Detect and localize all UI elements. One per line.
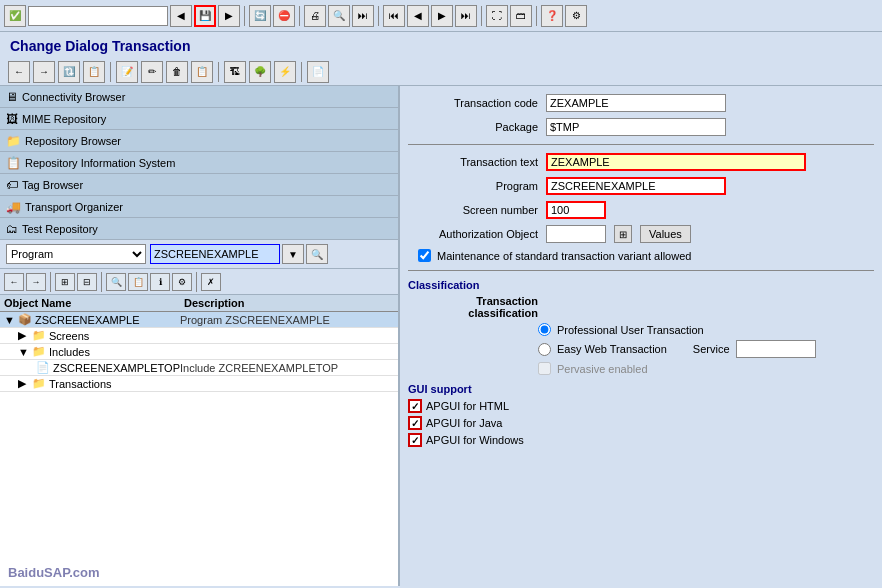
- search-dropdown-btn[interactable]: ▼: [282, 244, 304, 264]
- expand0[interactable]: ▼: [4, 314, 18, 326]
- info-btn[interactable]: 📋: [83, 61, 105, 83]
- tree-expand-btn[interactable]: ⊞: [55, 273, 75, 291]
- tree-copy-btn[interactable]: 📋: [128, 273, 148, 291]
- grid-icon[interactable]: ⊞: [614, 225, 632, 243]
- sep5: [536, 6, 537, 26]
- tree-row[interactable]: ▶ 📁 Transactions: [0, 376, 398, 392]
- nav-repo-info-label: Repository Information System: [25, 157, 175, 169]
- nav-repo-label: Repository Browser: [25, 135, 121, 147]
- radio-professional-row: Professional User Transaction: [538, 323, 874, 336]
- program-input[interactable]: [546, 177, 726, 195]
- copy-btn[interactable]: 📋: [191, 61, 213, 83]
- tree-info-btn[interactable]: ℹ: [150, 273, 170, 291]
- act-btn[interactable]: ⚡: [274, 61, 296, 83]
- back-btn[interactable]: ✅: [4, 5, 26, 27]
- radio-professional[interactable]: [538, 323, 551, 336]
- tree-row[interactable]: ▶ 📁 Screens: [0, 328, 398, 344]
- search-go-btn[interactable]: 🔍: [306, 244, 328, 264]
- stop-btn[interactable]: ⛔: [273, 5, 295, 27]
- prev-btn[interactable]: ◀: [407, 5, 429, 27]
- tree-settings-btn[interactable]: ⚙: [172, 273, 192, 291]
- nav-tag-label: Tag Browser: [22, 179, 83, 191]
- search-area: Program Function Group Class ▼ 🔍: [0, 240, 398, 269]
- gui-java-checkbox[interactable]: ✓: [408, 416, 422, 430]
- tree-btn[interactable]: 🌳: [249, 61, 271, 83]
- tree-row[interactable]: 📄 ZSCREENEXAMPLETOP Include ZCREENEXAMPL…: [0, 360, 398, 376]
- next-btn[interactable]: ▶: [431, 5, 453, 27]
- auth-object-row: Authorization Object ⊞ Values: [408, 225, 874, 243]
- service-label: Service: [693, 343, 730, 355]
- nav-transport[interactable]: 🚚 Transport Organizer: [0, 196, 398, 218]
- search-type-select[interactable]: Program Function Group Class: [6, 244, 146, 264]
- tree-filter-btn[interactable]: 🔍: [106, 273, 126, 291]
- expand1[interactable]: ▶: [18, 329, 32, 342]
- program-label: Program: [408, 180, 538, 192]
- service-input[interactable]: [736, 340, 816, 358]
- tree-fwd-btn[interactable]: →: [26, 273, 46, 291]
- transaction-text-input[interactable]: [546, 153, 806, 171]
- nav-connectivity[interactable]: 🖥 Connectivity Browser: [0, 86, 398, 108]
- first-btn[interactable]: ⏮: [383, 5, 405, 27]
- trans-class-label: Transaction classification: [408, 295, 538, 319]
- tree-collapse-btn[interactable]: ⊟: [77, 273, 97, 291]
- gui-windows-checkbox[interactable]: ✓: [408, 433, 422, 447]
- command-input[interactable]: [28, 6, 168, 26]
- help-btn[interactable]: ❓: [541, 5, 563, 27]
- tree-back-btn[interactable]: ←: [4, 273, 24, 291]
- tree-col-name: Object Name: [4, 297, 184, 309]
- edit-btn[interactable]: ✏: [141, 61, 163, 83]
- fwd-btn2[interactable]: →: [33, 61, 55, 83]
- values-button[interactable]: Values: [640, 225, 691, 243]
- gui-support-header: GUI support: [408, 383, 874, 395]
- row0-name: ZSCREENEXAMPLE: [35, 314, 140, 326]
- gui-html-checkbox[interactable]: ✓: [408, 399, 422, 413]
- gui-java-label: APGUI for Java: [426, 417, 502, 429]
- back-btn2[interactable]: ←: [8, 61, 30, 83]
- expand4[interactable]: ▶: [18, 377, 32, 390]
- maintenance-checkbox[interactable]: [418, 249, 431, 262]
- transaction-code-label: Transaction code: [408, 97, 538, 109]
- nav-mime[interactable]: 🖼 MIME Repository: [0, 108, 398, 130]
- doc-btn[interactable]: 📄: [307, 61, 329, 83]
- expand2[interactable]: ▼: [18, 346, 32, 358]
- tag-icon: 🏷: [6, 178, 18, 192]
- nav-back-btn[interactable]: ◀: [170, 5, 192, 27]
- find-next-btn[interactable]: ⏭: [352, 5, 374, 27]
- auth-object-input[interactable]: [546, 225, 606, 243]
- nav-repository[interactable]: 📁 Repository Browser: [0, 130, 398, 152]
- sep2: [299, 6, 300, 26]
- save-btn[interactable]: 💾: [194, 5, 216, 27]
- screen-number-input[interactable]: [546, 201, 606, 219]
- package-input[interactable]: [546, 118, 726, 136]
- search-input[interactable]: [150, 244, 280, 264]
- expand3: [25, 362, 36, 374]
- new-btn[interactable]: 🔄: [249, 5, 271, 27]
- refresh-btn[interactable]: 🔃: [58, 61, 80, 83]
- struct-btn[interactable]: 🏗: [224, 61, 246, 83]
- radio-easy-web[interactable]: [538, 343, 551, 356]
- nav-transport-label: Transport Organizer: [25, 201, 123, 213]
- tree-col-desc: Description: [184, 297, 394, 309]
- last-btn[interactable]: ⏭: [455, 5, 477, 27]
- delete-btn[interactable]: 🗑: [166, 61, 188, 83]
- nav-repo-info[interactable]: 📋 Repository Information System: [0, 152, 398, 174]
- pervasive-label: Pervasive enabled: [557, 363, 648, 375]
- tree-row[interactable]: ▼ 📁 Includes: [0, 344, 398, 360]
- layout-btn[interactable]: 🗃: [510, 5, 532, 27]
- pervasive-checkbox[interactable]: [538, 362, 551, 375]
- nav-fwd-btn[interactable]: ▶: [218, 5, 240, 27]
- expand-btn[interactable]: ⛶: [486, 5, 508, 27]
- nav-tag-browser[interactable]: 🏷 Tag Browser: [0, 174, 398, 196]
- create-btn[interactable]: 📝: [116, 61, 138, 83]
- tree-del-btn[interactable]: ✗: [201, 273, 221, 291]
- find-btn[interactable]: 🔍: [328, 5, 350, 27]
- gui-java-row: ✓ APGUI for Java: [408, 416, 874, 430]
- print-btn[interactable]: 🖨: [304, 5, 326, 27]
- connectivity-icon: 🖥: [6, 90, 18, 104]
- settings-btn[interactable]: ⚙: [565, 5, 587, 27]
- tree-row[interactable]: ▼ 📦 ZSCREENEXAMPLE Program ZSCREENEXAMPL…: [0, 312, 398, 328]
- nav-test-repo[interactable]: 🗂 Test Repository: [0, 218, 398, 240]
- divider1: [408, 144, 874, 145]
- row2-name: Includes: [49, 346, 90, 358]
- transaction-code-input[interactable]: [546, 94, 726, 112]
